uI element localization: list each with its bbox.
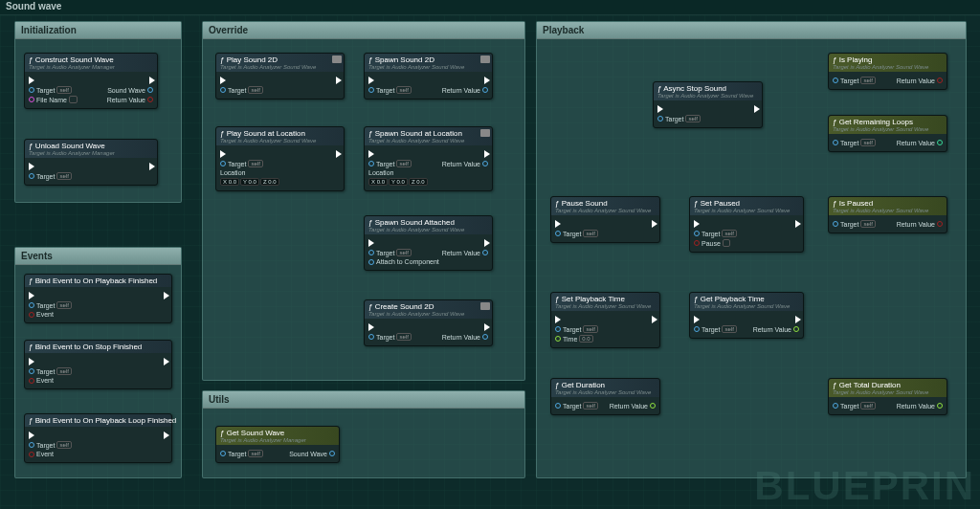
fn-icon: ƒ [694,199,701,208]
group-header: Playback [537,22,966,39]
node-get-playback-time[interactable]: ƒ Get Playback TimeTarget is Audio Analy… [689,292,804,339]
node-bind-stop-finished[interactable]: ƒ Bind Event to On Stop Finished Target … [24,340,172,389]
fn-icon: ƒ [29,343,35,351]
fn-icon: ƒ [833,381,839,389]
node-play-sound-2d[interactable]: ƒ Play Sound 2DTarget is Audio Analyzer … [215,53,345,100]
node-spawn-sound-2d[interactable]: ƒ Spawn Sound 2DTarget is Audio Analyzer… [364,53,493,100]
node-spawn-sound-attached[interactable]: ƒ Spawn Sound AttachedTarget is Audio An… [364,215,493,271]
node-is-playing[interactable]: ƒ Is PlayingTarget is Audio Analyzer Sou… [828,53,947,90]
node-pause-sound[interactable]: ƒ Pause SoundTarget is Audio Analyzer So… [550,196,660,243]
sprite-icon [480,129,490,137]
fn-icon: ƒ [368,55,375,64]
node-set-playback-time[interactable]: ƒ Set Playback TimeTarget is Audio Analy… [550,292,660,348]
fn-icon: ƒ [220,129,227,138]
fn-icon: ƒ [833,199,839,208]
node-play-sound-at-location[interactable]: ƒ Play Sound at LocationTarget is Audio … [215,126,345,191]
node-unload-sound-wave[interactable]: ƒ Unload Sound WaveTarget is Audio Analy… [24,139,158,186]
node-spawn-sound-at-location[interactable]: ƒ Spawn Sound at LocationTarget is Audio… [364,126,493,191]
fn-icon: ƒ [368,129,375,138]
group-header: Override [203,22,524,39]
page-title: Sound wave [0,0,980,15]
fn-icon: ƒ [220,55,227,64]
watermark: BLUEPRIN [754,463,975,509]
sprite-icon [480,302,490,310]
sprite-icon [480,55,490,63]
group-header: Utils [203,391,524,409]
node-construct-sound-wave[interactable]: ƒ Construct Sound WaveTarget is Audio An… [24,53,158,109]
fn-icon: ƒ [29,142,35,150]
fn-icon: ƒ [29,416,35,425]
node-get-sound-wave[interactable]: ƒ Get Sound WaveTarget is Audio Analyzer… [215,426,340,463]
node-get-duration[interactable]: ƒ Get DurationTarget is Audio Analyzer S… [550,378,660,415]
fn-icon: ƒ [555,199,562,208]
fn-icon: ƒ [833,55,839,64]
fn-icon: ƒ [29,55,35,64]
node-get-total-duration[interactable]: ƒ Get Total DurationTarget is Audio Anal… [828,378,947,415]
fn-icon: ƒ [220,429,227,437]
sprite-icon [332,55,342,63]
group-header: Initialization [15,22,181,39]
fn-icon: ƒ [555,295,562,303]
node-bind-playback-finished[interactable]: ƒ Bind Event to On Playback Finished Tar… [24,274,172,323]
node-get-remaining-loops[interactable]: ƒ Get Remaining LoopsTarget is Audio Ana… [828,115,947,152]
node-is-paused[interactable]: ƒ Is PausedTarget is Audio Analyzer Soun… [828,196,947,233]
group-header: Events [15,248,181,265]
node-bind-playback-loop-finished[interactable]: ƒ Bind Event to On Playback Loop Finishe… [24,413,172,463]
node-create-sound-2d[interactable]: ƒ Create Sound 2DTarget is Audio Analyze… [364,299,493,346]
fn-icon: ƒ [29,277,35,285]
fn-icon: ƒ [555,381,562,389]
node-async-stop-sound[interactable]: ƒ Async Stop SoundTarget is Audio Analyz… [653,81,763,128]
fn-icon: ƒ [368,302,375,311]
node-set-paused[interactable]: ƒ Set PausedTarget is Audio Analyzer Sou… [689,196,804,253]
fn-icon: ƒ [368,218,375,227]
fn-icon: ƒ [694,295,701,303]
fn-icon: ƒ [833,118,839,126]
